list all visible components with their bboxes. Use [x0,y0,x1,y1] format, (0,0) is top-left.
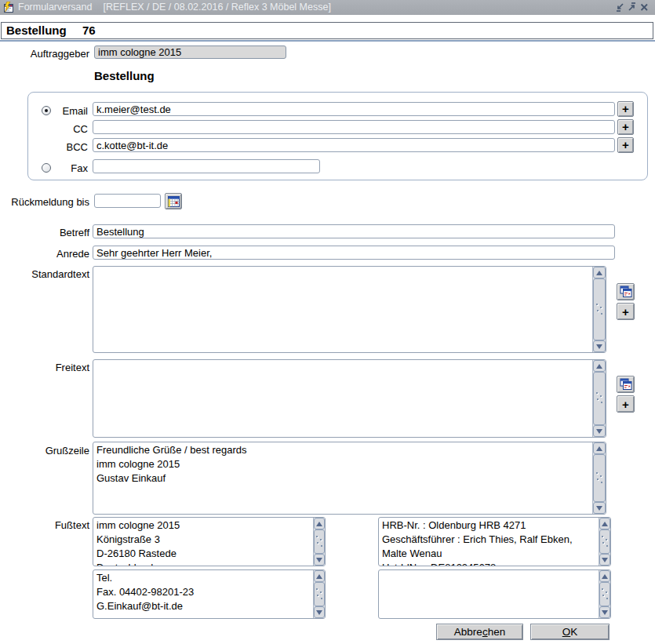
scrollbar-track[interactable] [593,454,606,502]
betreff-input[interactable] [93,224,615,238]
cc-label: CC [31,123,88,135]
scrollbar-track[interactable] [599,529,610,554]
grusszeile-box: Freundliche Grüße / best regards imm col… [93,442,606,515]
bcc-input[interactable] [93,138,615,152]
fusstext-box-3: Tel. Fax. 04402-98201-23 G.Einkauf@bt-it… [93,569,326,619]
app-icon [2,2,14,13]
anrede-input[interactable] [93,246,615,260]
freitext-box [93,359,606,438]
fusstext-box-1: imm cologne 2015 Königstraße 3 D-26180 R… [93,517,326,566]
auftraggeber-label: Auftraggeber [3,48,89,60]
scrollbar-down-icon[interactable] [314,554,325,566]
cc-input[interactable] [93,120,615,134]
standardtext-label: Standardtext [3,268,89,280]
fusstext-textarea-3[interactable]: Tel. Fax. 04402-98201-23 G.Einkauf@bt-it… [93,570,312,618]
betreff-label: Betreff [3,227,89,238]
freitext-scrollbar[interactable] [592,360,606,437]
rueckmeldung-label: Rückmeldung bis [3,196,89,208]
email-label: Email [31,105,88,117]
scrollbar-track[interactable] [599,582,610,606]
scrollbar-thumb[interactable] [593,454,606,502]
freitext-editor-button[interactable] [617,376,635,393]
ok-button[interactable]: OK [530,624,610,640]
scrollbar-up-icon[interactable] [593,267,606,278]
scrollbar-track[interactable] [593,278,606,340]
scrollbar-down-icon[interactable] [593,340,606,352]
record-header: Bestellung 76 [1,22,653,39]
header-separator [0,40,655,42]
standardtext-textarea[interactable] [93,267,591,352]
scrollbar-down-icon[interactable] [314,606,325,618]
restore-icon[interactable] [627,2,637,13]
fusstext-textarea-4[interactable] [379,570,598,618]
scrollbar-track[interactable] [593,372,606,425]
freitext-textarea[interactable] [93,360,591,437]
abbrechen-button[interactable]: Abbrechen [436,624,523,640]
window-title: Formularversand[REFLEX / DE / 08.02.2016… [18,0,331,15]
minimize-icon[interactable] [615,2,625,13]
rueckmeldung-input[interactable] [94,194,161,208]
calendar-icon [168,196,180,207]
scrollbar-down-icon[interactable] [599,554,610,566]
title-bar: Formularversand[REFLEX / DE / 08.02.2016… [0,0,655,15]
scrollbar-thumb[interactable] [599,529,610,554]
standardtext-box [93,266,606,353]
fusstext-scrollbar-2[interactable] [599,518,610,566]
email-add-button[interactable]: + [617,101,634,117]
scrollbar-up-icon[interactable] [314,570,325,582]
editor-icon [620,286,632,298]
close-icon[interactable] [639,2,650,13]
fax-input[interactable] [93,159,320,173]
scrollbar-up-icon[interactable] [599,518,610,529]
grusszeile-label: Grußzeile [3,445,89,457]
fusstext-textarea-2[interactable]: HRB-Nr. : Oldenburg HRB 4271 Geschäftsfü… [379,518,598,566]
grusszeile-scrollbar[interactable] [592,442,606,514]
fusstext-scrollbar-4[interactable] [599,570,610,618]
freitext-label: Freitext [3,362,89,373]
fusstext-scrollbar-1[interactable] [313,518,325,566]
freitext-add-button[interactable]: + [617,395,635,413]
scrollbar-thumb[interactable] [599,582,610,606]
scrollbar-down-icon[interactable] [593,425,606,437]
scrollbar-thumb[interactable] [314,582,325,606]
scrollbar-up-icon[interactable] [314,518,325,529]
section-heading: Bestellung [94,69,155,82]
auftraggeber-input[interactable] [94,45,286,59]
standardtext-editor-button[interactable] [617,283,635,300]
fusstext-textarea-1[interactable]: imm cologne 2015 Königstraße 3 D-26180 R… [93,518,312,566]
scrollbar-down-icon[interactable] [599,606,610,618]
fusstext-label: Fußtext [3,519,89,531]
scrollbar-thumb[interactable] [593,372,606,425]
scrollbar-thumb[interactable] [593,278,606,340]
standardtext-scrollbar[interactable] [592,267,606,352]
anrede-label: Anrede [3,248,89,260]
calendar-button[interactable] [165,193,182,209]
fax-label: Fax [31,162,88,174]
fusstext-box-2: HRB-Nr. : Oldenburg HRB 4271 Geschäftsfü… [378,517,611,566]
record-number: 76 [82,24,96,37]
scrollbar-up-icon[interactable] [599,570,610,582]
cc-add-button[interactable]: + [617,119,634,135]
bcc-add-button[interactable]: + [617,137,634,153]
formularversand-window: { "window": { "app_title": "Formularvers… [0,0,655,644]
scrollbar-track[interactable] [314,529,325,554]
page-title: Bestellung [6,24,67,37]
grusszeile-textarea[interactable]: Freundliche Grüße / best regards imm col… [93,442,591,514]
editor-icon [620,378,632,391]
standardtext-add-button[interactable]: + [617,303,635,320]
bcc-label: BCC [31,141,88,153]
fusstext-scrollbar-3[interactable] [313,570,325,618]
scrollbar-up-icon[interactable] [593,442,606,454]
scrollbar-thumb[interactable] [314,529,325,554]
scrollbar-down-icon[interactable] [593,502,606,514]
fusstext-box-4 [378,569,611,619]
email-input[interactable] [93,102,615,116]
scrollbar-up-icon[interactable] [593,360,606,372]
scrollbar-track[interactable] [314,582,325,606]
